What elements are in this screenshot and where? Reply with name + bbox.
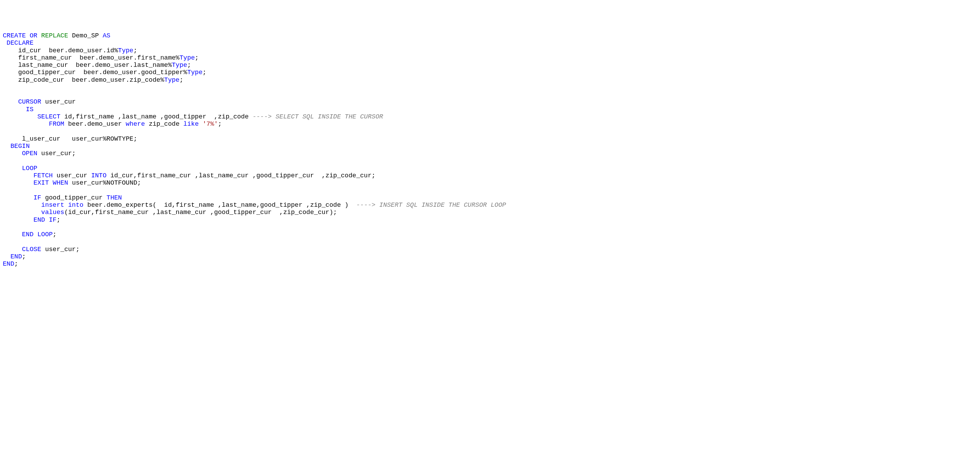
code-line: l_user_cur user_cur%ROWTYPE; [3,136,977,143]
code-line: EXIT WHEN user_cur%NOTFOUND; [3,179,977,187]
code-token [3,128,6,136]
code-token: id,first_name ,last_name ,good_tipper ,z… [60,113,253,121]
code-line [3,91,977,98]
code-token: OR [30,32,37,40]
code-token [3,239,6,246]
code-token: last_name_cur beer.demo_user.last_name% [3,62,172,69]
code-token: user_cur%NOTFOUND; [68,179,141,187]
code-token [3,98,18,105]
code-token: OPEN [22,150,37,157]
code-token: l_user_cur user_cur%ROWTYPE; [3,136,137,143]
code-token: ; [195,54,199,62]
code-token: Type [172,62,187,69]
code-token: Type [118,47,133,54]
code-token [49,179,52,187]
code-token [3,113,37,121]
code-token: beer.demo_experts( id,first_name ,last_n… [83,201,356,209]
code-token [3,194,33,201]
code-token: user_cur [41,98,76,105]
code-line: SELECT id,first_name ,last_name ,good_ti… [3,113,977,121]
code-line: id_cur beer.demo_user.id%Type; [3,47,977,54]
code-token [64,201,68,209]
code-token: user_cur [52,172,91,179]
code-line: FETCH user_cur INTO id_cur,first_name_cu… [3,172,977,179]
code-token: (id_cur,first_name_cur ,last_name_cur ,g… [64,209,337,216]
code-token: values [41,209,64,216]
code-token: zip_code [145,121,183,128]
code-token: IF [49,216,56,224]
code-token: '7%' [202,121,218,128]
code-token [45,216,49,224]
code-token [3,91,6,98]
code-token [3,143,10,150]
code-token [3,201,41,209]
code-token: INTO [91,172,106,179]
code-token: like [183,121,199,128]
code-token: ; [133,47,137,54]
code-token: ; [187,62,191,69]
code-token: Demo_SP [68,32,103,40]
code-token [37,32,41,40]
code-line: first_name_cur beer.demo_user.first_name… [3,54,977,62]
code-token: Type [187,69,202,76]
code-token: END [22,231,33,238]
code-line: values(id_cur,first_name_cur ,last_name_… [3,209,977,216]
code-token: good_tipper_cur beer.demo_user.good_tipp… [3,69,187,76]
code-token: CREATE [3,32,26,40]
code-token: first_name_cur beer.demo_user.first_name… [3,54,180,62]
code-token: ----> SELECT SQL INSIDE THE CURSOR [253,113,383,121]
code-token: user_cur; [41,246,80,253]
code-token: user_cur; [37,150,76,157]
code-token [33,231,37,238]
code-token: zip_code_cur beer.demo_user.zip_code% [3,77,164,84]
code-line [3,84,977,91]
code-block: CREATE OR REPLACE Demo_SP AS DECLARE id_… [3,32,977,268]
code-line: zip_code_cur beer.demo_user.zip_code%Typ… [3,77,977,84]
code-token [3,246,22,253]
code-token: LOOP [22,165,37,172]
code-line: CURSOR user_cur [3,98,977,105]
code-token: ; [218,121,222,128]
code-token: ; [14,260,18,268]
code-token: DECLARE [6,40,33,47]
code-token: id_cur,first_name_cur ,last_name_cur ,go… [107,172,375,179]
code-line [3,187,977,194]
code-token: ----> INSERT SQL INSIDE THE CURSOR LOOP [356,201,506,209]
code-token: ; [202,69,206,76]
code-token [3,84,6,91]
code-token: ; [52,231,56,238]
code-line: last_name_cur beer.demo_user.last_name%T… [3,62,977,69]
code-token: where [126,121,145,128]
code-line [3,158,977,165]
code-token: SELECT [37,113,60,121]
code-token: END [10,253,22,260]
code-token: EXIT [33,179,49,187]
code-token: ; [22,253,26,260]
code-token [3,224,6,231]
code-line: END; [3,260,977,268]
code-line [3,224,977,231]
code-token [3,209,41,216]
code-token: Type [180,54,195,62]
code-line: END LOOP; [3,231,977,238]
code-token: IF [33,194,41,201]
code-line: CREATE OR REPLACE Demo_SP AS [3,32,977,40]
code-token [199,121,202,128]
code-line: insert into beer.demo_experts( id,first_… [3,201,977,209]
code-line: LOOP [3,165,977,172]
code-line: IF good_tipper_cur THEN [3,194,977,201]
code-token [3,216,33,224]
code-token [3,106,26,113]
code-token [3,40,6,47]
code-token: good_tipper_cur [41,194,107,201]
code-line [3,128,977,136]
code-token: LOOP [37,231,52,238]
code-token [3,165,22,172]
code-token [26,32,30,40]
code-token: END [33,216,45,224]
code-token: beer.demo_user [64,121,126,128]
code-token: into [68,201,83,209]
code-token: ; [56,216,60,224]
code-line: BEGIN [3,143,977,150]
code-line: END; [3,253,977,260]
